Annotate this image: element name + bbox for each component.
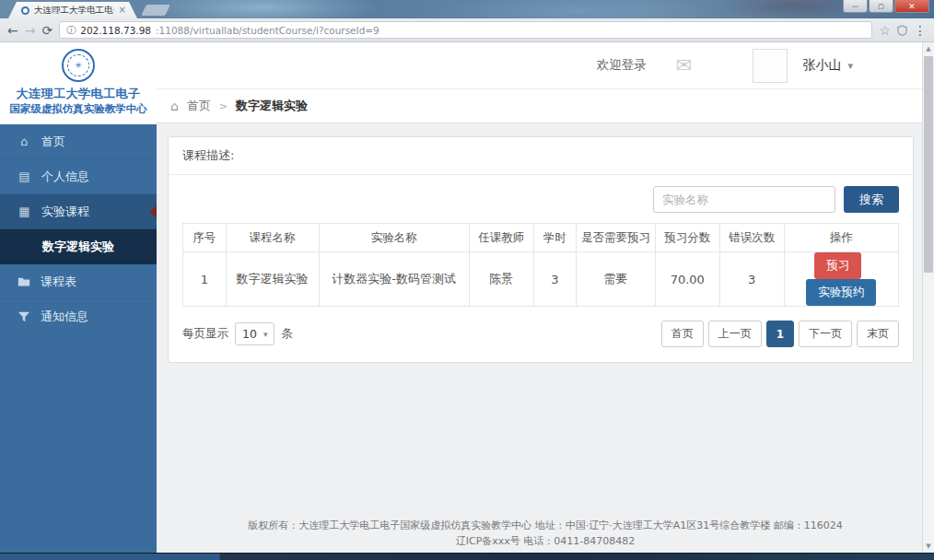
scroll-down-icon[interactable]: ▼ [923,540,934,553]
sidebar-item-label: 实验课程 [41,204,89,220]
reserve-experiment-button[interactable]: 实验预约 [806,279,876,306]
scroll-up-icon[interactable]: ▲ [923,42,934,55]
logo-line1: 大连理工大学电工电子 [4,86,153,102]
back-icon[interactable]: ← [7,24,18,37]
sidebar-item-notices[interactable]: 通知信息 [0,299,157,334]
current-page-button[interactable]: 1 [766,321,794,347]
select-caret-icon: ▾ [263,330,268,339]
column-header-experiment: 实验名称 [319,224,469,252]
last-page-button[interactable]: 末页 [857,321,899,347]
cell-error-count: 3 [719,252,784,307]
new-tab-button[interactable] [141,5,170,16]
taskbar-edge [0,553,934,560]
url-host: 202.118.73.98 [80,25,151,36]
first-page-button[interactable]: 首页 [661,321,704,347]
close-window-button[interactable]: ✕ [894,0,929,13]
browser-menu-icon[interactable]: ⋮ [914,24,927,37]
cell-actions: 预习 实验预约 [784,252,898,307]
course-table: 序号 课程名称 实验名称 任课教师 学时 是否需要预习 预习分数 错误次数 操作 [182,223,899,307]
browser-tab[interactable]: 大连理工大学电工电子... × [8,2,137,18]
per-page-label: 每页显示 [182,326,228,342]
tab-favicon-icon [21,6,29,15]
column-header-preview-score: 预习分数 [655,224,719,252]
emblem-glyph: ✳ [67,54,89,76]
refresh-icon[interactable]: ⟳ [41,24,53,37]
pager-buttons: 首页 上一页 1 下一页 末页 [661,321,899,347]
breadcrumb-home-link[interactable]: 首页 [187,98,211,114]
column-header-actions: 操作 [784,224,898,252]
table-row: 1 数字逻辑实验 计数器实验-数码管测试 陈景 3 需要 70.00 3 [183,252,899,307]
tab-title: 大连理工大学电工电子... [34,5,114,17]
prev-page-button[interactable]: 上一页 [708,321,762,347]
user-avatar[interactable] [753,49,788,83]
sidebar-item-label: 课程表 [41,274,76,290]
sidebar: ✳ 大连理工大学电工电子 国家级虚拟仿真实验教学中心 ⌂ 首页 ▤ 个人信息 ▦… [0,42,157,553]
app-viewport: ✳ 大连理工大学电工电子 国家级虚拟仿真实验教学中心 ⌂ 首页 ▤ 个人信息 ▦… [0,42,934,553]
sidebar-item-home[interactable]: ⌂ 首页 [0,124,157,159]
per-page-select[interactable]: 10 ▾ [235,322,274,345]
active-item-arrow-icon [149,205,157,218]
per-page-value: 10 [242,327,257,341]
column-header-need-preview: 是否需要预习 [577,224,655,252]
per-page-unit: 条 [281,326,293,342]
logo-line2: 国家级虚拟仿真实验教学中心 [4,102,153,116]
url-path: :11088/virtuallab/studentCourse/i?course… [156,25,379,36]
home-icon: ⌂ [18,134,31,148]
cell-teacher: 陈景 [469,252,533,307]
breadcrumb-current: 数字逻辑实验 [236,98,308,114]
main-content: 欢迎登录 ✉ 张小山 ▾ ⌂ 首页 > 数字逻辑实验 课程描述: [157,42,934,553]
cell-course: 数字逻辑实验 [226,252,319,307]
course-grid-icon: ▦ [18,204,31,218]
university-emblem-icon: ✳ [62,49,95,82]
sidebar-subitem-label: 数字逻辑实验 [42,239,114,255]
browser-window: 大连理工大学电工电子... × — ▢ ✕ ← → ⟳ ⓘ 202.118.73… [0,0,934,560]
sidebar-item-label: 通知信息 [41,309,88,325]
minimize-button[interactable]: — [843,0,868,13]
sidebar-item-profile[interactable]: ▤ 个人信息 [0,159,157,194]
page-body: 课程描述: 搜索 序号 课程名称 实验名称 [157,123,934,553]
column-header-teacher: 任课教师 [469,224,533,252]
cell-preview-score: 70.00 [655,252,719,307]
bookmark-star-icon[interactable]: ☆ [879,24,891,37]
cell-index: 1 [183,252,227,307]
message-envelope-icon[interactable]: ✉ [676,56,693,76]
forward-icon[interactable]: → [25,24,36,37]
welcome-text: 欢迎登录 [597,57,647,74]
maximize-button[interactable]: ▢ [869,0,893,13]
url-bar[interactable]: ⓘ 202.118.73.98:11088/virtuallab/student… [59,21,872,39]
window-controls: — ▢ ✕ [842,0,929,13]
breadcrumb-home-icon: ⌂ [170,99,179,113]
scrollbar[interactable]: ▲ ▼ [922,42,934,553]
column-header-course: 课程名称 [226,224,319,252]
logo: ✳ 大连理工大学电工电子 国家级虚拟仿真实验教学中心 [0,42,157,124]
search-button[interactable]: 搜索 [844,186,899,213]
footer-copyright: 版权所有：大连理工大学电工电子国家级虚拟仿真实验教学中心 地址：中国·辽宁·大连… [157,518,934,534]
user-menu-caret-icon[interactable]: ▾ [847,60,853,72]
sidebar-menu: ⌂ 首页 ▤ 个人信息 ▦ 实验课程 数字逻辑实验 课程表 [0,124,157,553]
browser-toolbar: ← → ⟳ ⓘ 202.118.73.98:11088/virtuallab/s… [0,18,934,42]
folder-icon [18,275,30,288]
sidebar-subitem-digital-logic[interactable]: 数字逻辑实验 [0,229,157,264]
sidebar-item-timetable[interactable]: 课程表 [0,264,157,299]
tab-close-icon[interactable]: × [119,6,126,15]
extension-shield-icon[interactable] [897,25,907,36]
breadcrumb: ⌂ 首页 > 数字逻辑实验 [157,88,934,123]
page-footer: 版权所有：大连理工大学电工电子国家级虚拟仿真实验教学中心 地址：中国·辽宁·大连… [157,518,934,550]
username[interactable]: 张小山 [802,57,841,74]
course-panel: 课程描述: 搜索 序号 课程名称 实验名称 [168,136,914,363]
pagination-row: 每页显示 10 ▾ 条 首页 上一页 1 [182,321,899,349]
scrollbar-thumb[interactable] [924,56,933,273]
footer-icp: 辽ICP备xxx号 电话：0411-84708482 [157,533,934,550]
cell-need-preview: 需要 [577,252,655,307]
preview-button[interactable]: 预习 [814,252,861,279]
column-header-hours: 学时 [533,224,577,252]
page-info-icon[interactable]: ⓘ [66,24,76,37]
sidebar-item-label: 首页 [41,134,65,150]
cell-experiment: 计数器实验-数码管测试 [319,252,469,307]
next-page-button[interactable]: 下一页 [799,321,852,347]
search-row: 搜索 [182,186,899,213]
sidebar-item-courses[interactable]: ▦ 实验课程 [0,194,157,229]
table-header-row: 序号 课程名称 实验名称 任课教师 学时 是否需要预习 预习分数 错误次数 操作 [183,224,899,252]
profile-card-icon: ▤ [18,169,31,183]
search-input[interactable] [653,186,835,213]
